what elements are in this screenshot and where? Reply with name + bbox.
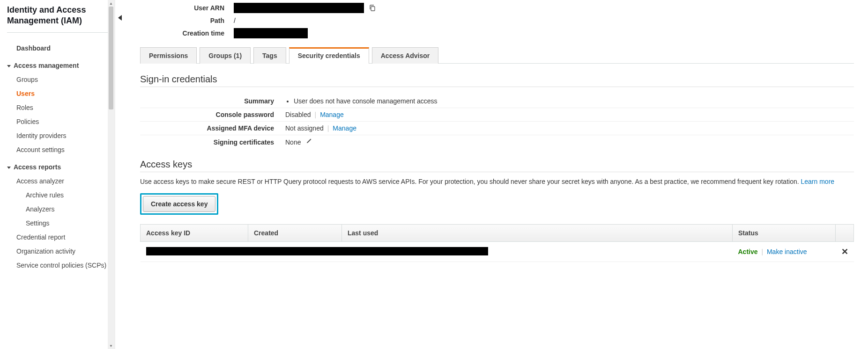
status-badge: Active <box>738 248 758 255</box>
nav-archive-rules[interactable]: Archive rules <box>7 188 114 202</box>
sidebar: Identity and Access Management (IAM) Das… <box>0 0 115 349</box>
access-keys-description: Use access keys to make secure REST or H… <box>140 177 854 187</box>
tab-access-advisor[interactable]: Access Advisor <box>372 47 439 64</box>
create-access-key-highlight: Create access key <box>140 193 218 215</box>
tab-security-credentials[interactable]: Security credentials <box>289 47 369 64</box>
nav-access-analyzer[interactable]: Access analyzer <box>7 174 114 188</box>
make-inactive-link[interactable]: Make inactive <box>767 248 807 255</box>
nav-roles[interactable]: Roles <box>7 101 114 115</box>
learn-more-link[interactable]: Learn more <box>801 178 834 185</box>
creation-time-value-redacted <box>234 28 308 38</box>
user-arn-value-redacted <box>234 3 364 13</box>
delete-key-icon[interactable]: ✕ <box>841 247 848 256</box>
signin-credentials-table: Summary User does not have console manag… <box>140 95 854 149</box>
path-label: Path <box>140 17 234 24</box>
sidebar-divider <box>115 0 126 349</box>
nav-settings[interactable]: Settings <box>7 216 114 230</box>
console-password-label: Console password <box>140 111 285 118</box>
col-last-used: Last used <box>342 225 733 242</box>
nav-section-label: Access management <box>14 62 79 69</box>
summary-value: User does not have console management ac… <box>294 97 438 105</box>
creation-time-label: Creation time <box>140 29 234 37</box>
scroll-thumb[interactable] <box>109 7 113 109</box>
caret-down-icon <box>7 65 11 67</box>
scroll-down-icon[interactable]: ▼ <box>108 342 114 349</box>
create-access-key-button[interactable]: Create access key <box>143 196 215 212</box>
mfa-label: Assigned MFA device <box>140 124 285 132</box>
user-arn-label: User ARN <box>140 4 234 12</box>
manage-console-password-link[interactable]: Manage <box>320 111 344 118</box>
summary-label: Summary <box>140 97 285 105</box>
path-value: / <box>234 17 236 24</box>
nav-section-access-management[interactable]: Access management <box>7 55 114 73</box>
scroll-up-icon[interactable]: ▲ <box>108 0 114 7</box>
access-keys-desc-text: Use access keys to make secure REST or H… <box>140 178 801 185</box>
tab-groups[interactable]: Groups (1) <box>200 47 251 64</box>
pipe-divider: | <box>327 124 329 132</box>
nav-section-label: Access reports <box>14 163 61 171</box>
manage-mfa-link[interactable]: Manage <box>333 124 356 132</box>
nav-section-access-reports[interactable]: Access reports <box>7 157 114 174</box>
tabs: Permissions Groups (1) Tags Security cre… <box>140 47 854 64</box>
nav-groups[interactable]: Groups <box>7 73 114 87</box>
nav-credential-report[interactable]: Credential report <box>7 230 114 244</box>
nav-dashboard[interactable]: Dashboard <box>7 41 114 55</box>
mfa-value: Not assigned <box>285 124 324 132</box>
signing-cert-value: None <box>285 138 301 146</box>
access-keys-title: Access keys <box>140 159 854 172</box>
sidebar-title: Identity and Access Management (IAM) <box>7 5 114 33</box>
main-content: User ARN Path / Creation time P <box>126 0 868 349</box>
tab-tags[interactable]: Tags <box>253 47 286 64</box>
col-actions <box>836 225 854 242</box>
caret-down-icon <box>7 167 11 169</box>
pipe-divider: | <box>761 248 763 255</box>
access-keys-table: Access key ID Created Last used Status A… <box>140 224 854 262</box>
nav-users[interactable]: Users <box>7 87 114 101</box>
nav-policies[interactable]: Policies <box>7 115 114 129</box>
col-status: Status <box>733 225 836 242</box>
pencil-icon[interactable] <box>305 138 312 146</box>
nav-organization-activity[interactable]: Organization activity <box>7 244 114 258</box>
signing-cert-label: Signing certificates <box>140 138 285 146</box>
nav-account-settings[interactable]: Account settings <box>7 143 114 157</box>
collapse-sidebar-icon[interactable] <box>118 15 122 21</box>
nav-analyzers[interactable]: Analyzers <box>7 202 114 216</box>
pipe-divider: | <box>314 111 316 118</box>
tab-permissions[interactable]: Permissions <box>140 47 197 64</box>
signin-credentials-title: Sign-in credentials <box>140 74 854 87</box>
console-password-value: Disabled <box>285 111 311 118</box>
user-info: User ARN Path / Creation time <box>140 3 854 38</box>
col-created: Created <box>248 225 342 242</box>
svg-rect-0 <box>371 7 375 11</box>
nav-identity-providers[interactable]: Identity providers <box>7 129 114 143</box>
copy-icon[interactable] <box>369 4 376 12</box>
access-key-id-redacted <box>146 247 488 255</box>
scrollbar[interactable]: ▲ ▼ <box>108 0 114 349</box>
table-row: Active | Make inactive ✕ <box>141 242 854 262</box>
nav-scps[interactable]: Service control policies (SCPs) <box>7 258 114 272</box>
col-access-key-id: Access key ID <box>141 225 248 242</box>
